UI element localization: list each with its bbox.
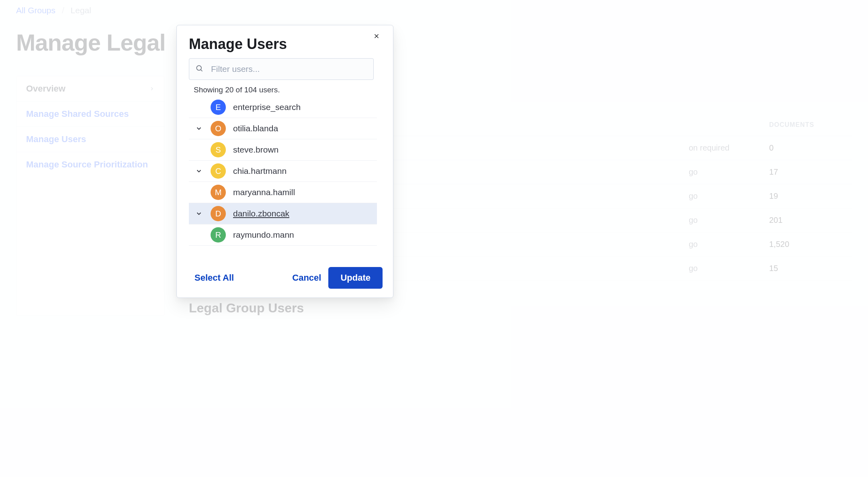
username: steve.brown	[233, 145, 278, 155]
svg-point-2	[197, 65, 201, 70]
close-icon	[373, 33, 380, 41]
update-button[interactable]: Update	[328, 267, 383, 289]
username: danilo.zboncak	[233, 209, 289, 218]
avatar: S	[211, 142, 226, 157]
results-meta: Showing 20 of 104 users.	[189, 83, 393, 97]
avatar: C	[211, 163, 226, 179]
svg-line-3	[201, 70, 203, 71]
filter-users-input[interactable]	[189, 58, 374, 80]
user-row[interactable]: Ootilia.blanda	[189, 118, 377, 139]
user-list: Eenterprise_searchOotilia.blandaSsteve.b…	[189, 97, 389, 260]
username: raymundo.mann	[233, 230, 294, 240]
avatar: D	[211, 206, 226, 221]
modal-overlay[interactable]	[0, 0, 868, 477]
user-list-scroll[interactable]: Eenterprise_searchOotilia.blandaSsteve.b…	[189, 97, 389, 260]
modal-footer: Select All Cancel Update	[177, 260, 393, 289]
username: enterprise_search	[233, 102, 301, 112]
avatar: E	[211, 100, 226, 115]
user-row[interactable]: Ddanilo.zboncak	[189, 203, 377, 224]
username: chia.hartmann	[233, 166, 287, 176]
check-icon	[194, 167, 203, 175]
search-wrap	[189, 58, 374, 80]
search-icon	[195, 64, 203, 74]
avatar: M	[211, 185, 226, 200]
modal-body: Showing 20 of 104 users. Eenterprise_sea…	[177, 58, 393, 260]
username: maryanna.hamill	[233, 188, 295, 197]
select-all-button[interactable]: Select All	[193, 270, 235, 285]
user-row[interactable]: Rraymundo.mann	[189, 224, 377, 246]
check-icon	[194, 125, 203, 132]
username: otilia.blanda	[233, 124, 278, 133]
avatar: O	[211, 121, 226, 136]
user-row[interactable]: Cchia.hartmann	[189, 161, 377, 182]
modal-header: Manage Users	[177, 36, 393, 58]
modal-title: Manage Users	[189, 36, 287, 53]
user-row[interactable]: Eenterprise_search	[189, 97, 377, 118]
cancel-button[interactable]: Cancel	[291, 270, 323, 285]
user-row[interactable]: Mmaryanna.hamill	[189, 182, 377, 203]
check-icon	[194, 210, 203, 217]
close-button[interactable]	[372, 32, 381, 42]
user-row[interactable]: Ssteve.brown	[189, 139, 377, 161]
avatar: R	[211, 227, 226, 243]
manage-users-modal: Manage Users Showing 20 of 104 users. Ee…	[176, 25, 393, 298]
